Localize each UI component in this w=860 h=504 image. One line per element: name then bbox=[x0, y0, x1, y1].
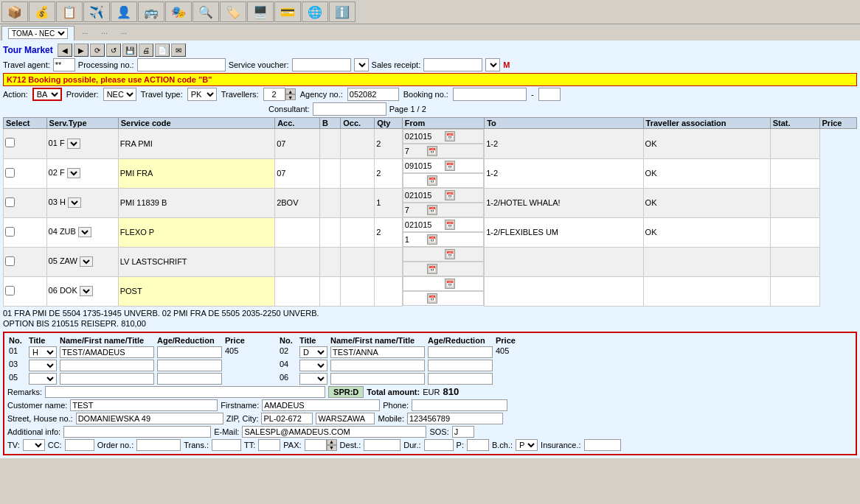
row5-select[interactable] bbox=[5, 256, 15, 266]
toolbar-btn-7[interactable]: 📄 bbox=[155, 43, 170, 57]
trans-input[interactable] bbox=[212, 439, 241, 451]
service-voucher-input[interactable] bbox=[292, 58, 351, 71]
insurance-input[interactable] bbox=[584, 439, 621, 451]
r1-acc[interactable] bbox=[277, 138, 299, 150]
tt-input[interactable] bbox=[258, 439, 280, 451]
row6-select[interactable] bbox=[5, 286, 15, 295]
cc-input[interactable] bbox=[65, 439, 94, 451]
t3-age[interactable] bbox=[157, 360, 222, 371]
phone-input[interactable] bbox=[412, 399, 507, 411]
r1-assoc[interactable] bbox=[486, 138, 575, 150]
agency-no-input[interactable] bbox=[347, 88, 399, 101]
customer-name-input[interactable] bbox=[70, 399, 218, 411]
dest-input[interactable] bbox=[364, 439, 400, 451]
r6-cal-to[interactable]: 📅 bbox=[427, 293, 437, 304]
r4-b[interactable] bbox=[322, 226, 332, 238]
r6-to[interactable] bbox=[405, 293, 427, 304]
dur-input[interactable] bbox=[424, 439, 454, 451]
r5-code[interactable] bbox=[120, 256, 273, 267]
r6-occ[interactable] bbox=[342, 285, 357, 297]
pax-down[interactable]: ▼ bbox=[327, 445, 337, 451]
r5-type-sel[interactable]: ZAW bbox=[80, 256, 93, 267]
r1-cal-to[interactable]: 📅 bbox=[427, 146, 437, 156]
r3-assoc[interactable] bbox=[486, 197, 589, 209]
r1-code[interactable] bbox=[120, 138, 273, 150]
booking-no-input[interactable] bbox=[453, 88, 527, 101]
t4-age[interactable] bbox=[428, 360, 493, 371]
mobile-input[interactable] bbox=[407, 413, 503, 424]
r4-price[interactable] bbox=[772, 226, 802, 238]
r2-cal-from[interactable]: 📅 bbox=[445, 161, 455, 171]
r4-cal-to[interactable]: 📅 bbox=[427, 234, 437, 245]
t5-age[interactable] bbox=[157, 373, 222, 385]
processing-no-input[interactable] bbox=[137, 58, 226, 71]
r6-qty[interactable] bbox=[376, 285, 391, 297]
consultant-input[interactable] bbox=[313, 102, 386, 116]
r2-occ[interactable] bbox=[342, 167, 357, 179]
r5-b[interactable] bbox=[322, 256, 332, 267]
r4-type-sel[interactable]: ZUB bbox=[78, 227, 91, 237]
sales-receipt-input[interactable] bbox=[423, 58, 482, 71]
r5-cal-to[interactable]: 📅 bbox=[427, 264, 437, 274]
travellers-input[interactable] bbox=[263, 88, 285, 101]
t2-age[interactable] bbox=[428, 346, 493, 358]
tab-toma-nec[interactable]: TOMA - NEC bbox=[1, 26, 74, 41]
r5-occ[interactable] bbox=[342, 256, 357, 267]
r1-b[interactable] bbox=[322, 138, 332, 150]
bch-select[interactable]: P bbox=[516, 439, 538, 451]
r2-price[interactable] bbox=[772, 167, 802, 179]
r1-qty[interactable] bbox=[376, 138, 391, 150]
t4-name[interactable] bbox=[330, 360, 425, 371]
r3-from[interactable] bbox=[405, 189, 445, 201]
r3-cal-from[interactable]: 📅 bbox=[445, 190, 455, 200]
t6-age[interactable] bbox=[428, 373, 493, 385]
t3-title-sel[interactable] bbox=[29, 360, 57, 371]
r5-assoc[interactable] bbox=[486, 256, 589, 267]
icon-flight[interactable]: ✈️ bbox=[83, 1, 110, 22]
r2-type-sel[interactable]: F bbox=[67, 168, 80, 178]
toolbar-btn-1[interactable]: ◀ bbox=[58, 43, 72, 57]
r5-acc[interactable] bbox=[277, 256, 299, 267]
row1-select[interactable] bbox=[5, 138, 15, 147]
icon-clipboard[interactable]: 📋 bbox=[56, 1, 83, 22]
tab-select[interactable]: TOMA - NEC bbox=[8, 28, 68, 39]
r3-b[interactable] bbox=[322, 197, 332, 209]
r5-cal-from[interactable]: 📅 bbox=[445, 249, 455, 259]
tv-select[interactable] bbox=[23, 439, 45, 451]
r4-code[interactable] bbox=[120, 226, 273, 238]
toolbar-btn-4[interactable]: ↺ bbox=[106, 43, 121, 57]
r2-qty[interactable] bbox=[376, 167, 391, 179]
t3-name[interactable] bbox=[60, 360, 154, 371]
toolbar-btn-3[interactable]: ⟳ bbox=[90, 43, 105, 57]
r4-to[interactable] bbox=[405, 234, 427, 245]
t4-title-sel[interactable] bbox=[299, 360, 327, 371]
r2-acc[interactable] bbox=[277, 167, 299, 179]
t1-name[interactable] bbox=[60, 346, 154, 358]
icon-money[interactable]: 💰 bbox=[29, 1, 55, 22]
t1-title-sel[interactable]: H bbox=[29, 346, 57, 358]
order-no-input[interactable] bbox=[136, 439, 181, 451]
r3-price[interactable] bbox=[772, 197, 802, 209]
r6-assoc[interactable] bbox=[486, 285, 589, 297]
zip-input[interactable] bbox=[261, 413, 313, 424]
r5-from[interactable] bbox=[405, 248, 445, 260]
r6-from[interactable] bbox=[405, 278, 445, 290]
r3-to[interactable] bbox=[405, 204, 427, 216]
r1-price[interactable] bbox=[772, 138, 802, 150]
t6-name[interactable] bbox=[330, 373, 425, 385]
t2-name[interactable] bbox=[330, 346, 425, 358]
firstname-input[interactable] bbox=[262, 399, 380, 411]
r2-assoc[interactable] bbox=[486, 167, 575, 179]
r6-code[interactable] bbox=[120, 285, 273, 297]
r6-b[interactable] bbox=[322, 285, 332, 297]
r4-from[interactable] bbox=[405, 219, 445, 231]
provider-select[interactable]: NEC bbox=[103, 88, 136, 101]
r1-type-sel[interactable]: F bbox=[67, 139, 80, 149]
service-voucher-select[interactable] bbox=[354, 58, 369, 71]
r2-cal-to[interactable]: 📅 bbox=[427, 175, 437, 186]
r3-type-sel[interactable]: H bbox=[68, 197, 81, 208]
r6-acc[interactable] bbox=[277, 285, 299, 297]
r2-to[interactable] bbox=[405, 175, 427, 186]
icon-info[interactable]: ℹ️ bbox=[329, 1, 356, 22]
r3-occ[interactable] bbox=[342, 197, 357, 209]
